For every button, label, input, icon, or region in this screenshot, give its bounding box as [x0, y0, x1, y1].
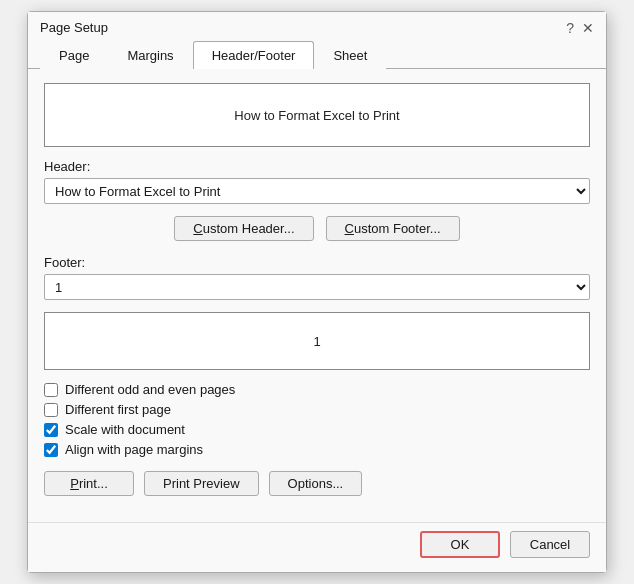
- cancel-button[interactable]: Cancel: [510, 531, 590, 558]
- checkbox-align: Align with page margins: [44, 442, 590, 457]
- tab-page[interactable]: Page: [40, 41, 108, 69]
- ok-label: OK: [451, 537, 470, 552]
- help-icon[interactable]: ?: [566, 21, 574, 35]
- checkbox-align-label: Align with page margins: [65, 442, 203, 457]
- page-setup-dialog: Page Setup ? ✕ Page Margins Header/Foote…: [27, 11, 607, 573]
- checkbox-odd-even: Different odd and even pages: [44, 382, 590, 397]
- checkbox-odd-even-input[interactable]: [44, 383, 58, 397]
- footer-select-row: 1: [44, 274, 590, 300]
- cancel-label: Cancel: [530, 537, 570, 552]
- footer-preview-text: 1: [313, 334, 320, 349]
- header-preview-box: How to Format Excel to Print: [44, 83, 590, 147]
- print-label: Print...: [70, 476, 108, 491]
- close-icon[interactable]: ✕: [582, 21, 594, 35]
- checkbox-odd-even-label: Different odd and even pages: [65, 382, 235, 397]
- custom-footer-button[interactable]: Custom Footer...: [326, 216, 460, 241]
- tab-margins[interactable]: Margins: [108, 41, 192, 69]
- header-preview-text: How to Format Excel to Print: [234, 108, 399, 123]
- custom-buttons: Custom Header... Custom Footer...: [44, 216, 590, 241]
- custom-header-label: Custom Header...: [193, 221, 294, 236]
- checkbox-first-page-input[interactable]: [44, 403, 58, 417]
- dialog-title: Page Setup: [40, 20, 108, 35]
- bottom-buttons: Print... Print Preview Options...: [44, 471, 590, 496]
- checkbox-scale: Scale with document: [44, 422, 590, 437]
- print-preview-button[interactable]: Print Preview: [144, 471, 259, 496]
- titlebar-icons: ? ✕: [566, 21, 594, 35]
- footer-select[interactable]: 1: [44, 274, 590, 300]
- options-button[interactable]: Options...: [269, 471, 363, 496]
- checkbox-scale-input[interactable]: [44, 423, 58, 437]
- header-select-row: How to Format Excel to Print: [44, 178, 590, 204]
- print-button[interactable]: Print...: [44, 471, 134, 496]
- checkbox-align-input[interactable]: [44, 443, 58, 457]
- header-label: Header:: [44, 159, 590, 174]
- dialog-footer: OK Cancel: [28, 522, 606, 572]
- header-select[interactable]: How to Format Excel to Print: [44, 178, 590, 204]
- print-preview-label: Print Preview: [163, 476, 240, 491]
- tabs-bar: Page Margins Header/Footer Sheet: [28, 41, 606, 69]
- footer-preview-box: 1: [44, 312, 590, 370]
- tab-header-footer[interactable]: Header/Footer: [193, 41, 315, 69]
- footer-label: Footer:: [44, 255, 590, 270]
- tab-sheet[interactable]: Sheet: [314, 41, 386, 69]
- custom-header-button[interactable]: Custom Header...: [174, 216, 313, 241]
- dialog-body: How to Format Excel to Print Header: How…: [28, 69, 606, 522]
- ok-button[interactable]: OK: [420, 531, 500, 558]
- checkbox-first-page: Different first page: [44, 402, 590, 417]
- checkbox-scale-label: Scale with document: [65, 422, 185, 437]
- custom-footer-label: Custom Footer...: [345, 221, 441, 236]
- checkbox-first-page-label: Different first page: [65, 402, 171, 417]
- titlebar: Page Setup ? ✕: [28, 12, 606, 41]
- checkboxes: Different odd and even pages Different f…: [44, 382, 590, 457]
- options-label: Options...: [288, 476, 344, 491]
